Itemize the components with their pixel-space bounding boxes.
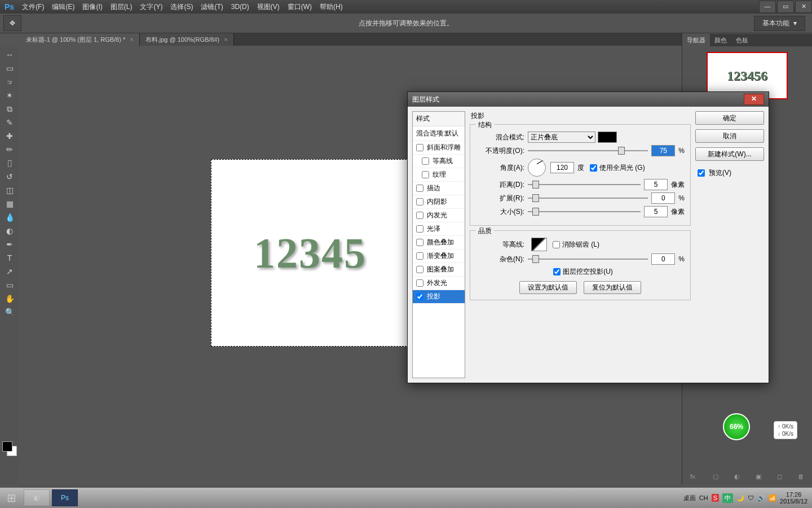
stamp-tool-icon[interactable]: ⌷ — [2, 157, 17, 169]
dodge-tool-icon[interactable]: ◐ — [2, 225, 17, 237]
crop-tool-icon[interactable]: ⧉ — [2, 103, 17, 115]
path-tool-icon[interactable]: ↗ — [2, 265, 17, 278]
menu-select[interactable]: 选择(S) — [170, 2, 193, 12]
marquee-tool-icon[interactable]: ▭ — [2, 62, 17, 75]
dialog-titlebar[interactable]: 图层样式 ✕ — [408, 92, 769, 107]
tray-sound-icon[interactable]: 🔊 — [757, 494, 765, 502]
style-texture[interactable]: 纹理 — [413, 168, 465, 182]
tab-color[interactable]: 颜色 — [710, 34, 731, 46]
tool-preset[interactable]: ✥ — [3, 15, 21, 31]
gradient-tool-icon[interactable]: ▦ — [2, 198, 17, 210]
shape-tool-icon[interactable]: ▭ — [2, 279, 17, 291]
menu-edit[interactable]: 编辑(E) — [52, 2, 74, 12]
style-stroke[interactable]: 描边 — [413, 182, 465, 195]
tray-desktop[interactable]: 桌面 — [683, 494, 696, 502]
window-close[interactable]: ✕ — [795, 1, 812, 13]
antialias-check[interactable] — [553, 241, 560, 248]
set-default-button[interactable]: 设置为默认值 — [519, 281, 577, 294]
opacity-input[interactable] — [651, 145, 675, 156]
blur-tool-icon[interactable]: 💧 — [2, 211, 17, 224]
style-inner-glow[interactable]: 内发光 — [413, 209, 465, 222]
tray-shield-icon[interactable]: 🛡 — [748, 494, 754, 501]
menu-view[interactable]: 视图(V) — [257, 2, 280, 12]
style-pattern-overlay[interactable]: 图案叠加 — [413, 263, 465, 277]
tab-navigator[interactable]: 导航器 — [682, 34, 710, 46]
heal-tool-icon[interactable]: ✚ — [2, 130, 17, 142]
window-minimize[interactable]: — — [759, 1, 776, 13]
menu-filter[interactable]: 滤镜(T) — [201, 2, 223, 12]
style-satin[interactable]: 光泽 — [413, 222, 465, 236]
angle-input[interactable] — [550, 162, 574, 173]
brush-tool-icon[interactable]: ✏ — [2, 143, 17, 156]
size-slider[interactable] — [528, 208, 641, 216]
spread-input[interactable] — [651, 192, 675, 204]
new-icon[interactable]: ◻ — [777, 473, 782, 480]
blend-options-row[interactable]: 混合选项:默认 — [413, 126, 465, 141]
cancel-button[interactable]: 取消 — [695, 129, 764, 143]
style-color-overlay[interactable]: 颜色叠加 — [413, 236, 465, 249]
wand-tool-icon[interactable]: ✶ — [2, 89, 17, 102]
ok-button[interactable]: 确定 — [695, 111, 764, 125]
opacity-slider[interactable] — [528, 147, 648, 155]
taskbar-app-ps[interactable]: Ps — [52, 489, 78, 506]
trash-icon[interactable]: 🗑 — [798, 473, 804, 480]
shadow-color[interactable] — [598, 132, 617, 143]
global-light-check[interactable] — [590, 164, 597, 172]
contour-picker[interactable] — [531, 238, 547, 251]
menu-window[interactable]: 窗口(W) — [288, 2, 312, 12]
style-contour[interactable]: 等高线 — [413, 155, 465, 168]
style-bevel[interactable]: 斜面和浮雕 — [413, 141, 465, 155]
size-input[interactable] — [644, 206, 668, 217]
window-maximize[interactable]: ▭ — [777, 1, 794, 13]
menu-file[interactable]: 文件(F) — [22, 2, 44, 12]
pen-tool-icon[interactable]: ✒ — [2, 238, 17, 251]
tray-clock[interactable]: 17:26 2015/8/12 — [780, 491, 807, 505]
mask-icon[interactable]: ▢ — [713, 473, 718, 480]
style-drop-shadow[interactable]: 投影 — [413, 290, 465, 304]
spread-slider[interactable] — [528, 194, 648, 202]
tray-net-icon[interactable]: 📶 — [769, 494, 776, 502]
ime-icon[interactable]: S — [712, 494, 719, 502]
style-inner-shadow[interactable]: 内阴影 — [413, 195, 465, 209]
tray-moon-icon[interactable]: 🌙 — [736, 494, 744, 502]
move-tool-icon[interactable]: ↔ — [2, 49, 17, 61]
dialog-close-button[interactable]: ✕ — [744, 94, 764, 105]
taskbar-app-1[interactable]: ◐ — [24, 489, 50, 506]
close-icon[interactable]: × — [224, 36, 227, 43]
type-tool-icon[interactable]: T — [2, 252, 17, 264]
knockout-check[interactable] — [553, 268, 561, 275]
preview-check[interactable] — [698, 169, 705, 177]
lasso-tool-icon[interactable]: ⟉ — [2, 76, 17, 88]
hand-tool-icon[interactable]: ✋ — [2, 292, 17, 305]
close-icon[interactable]: × — [130, 36, 133, 43]
menu-layer[interactable]: 图层(L) — [111, 2, 133, 12]
blend-mode-select[interactable]: 正片叠底 — [528, 132, 595, 143]
style-outer-glow[interactable]: 外发光 — [413, 277, 465, 290]
ime-indicator[interactable]: CH — [699, 494, 708, 501]
style-gradient-overlay[interactable]: 渐变叠加 — [413, 249, 465, 263]
ime-lang[interactable]: 中 — [722, 493, 733, 503]
tab-swatches[interactable]: 色板 — [731, 34, 753, 46]
adjust-icon[interactable]: ◐ — [734, 473, 740, 480]
folder-icon[interactable]: ▣ — [756, 473, 761, 480]
fx-icon[interactable]: fx. — [690, 473, 697, 480]
menu-type[interactable]: 文字(Y) — [140, 2, 162, 12]
menu-3d[interactable]: 3D(D) — [231, 3, 249, 11]
noise-input[interactable] — [651, 253, 675, 265]
workspace-switcher[interactable]: 基本功能 ▾ — [754, 16, 805, 31]
doc-tab-1[interactable]: 未标题-1 @ 100% (图层 1, RGB/8) *× — [20, 33, 140, 46]
menu-image[interactable]: 图像(I) — [82, 2, 102, 12]
eraser-tool-icon[interactable]: ◫ — [2, 184, 17, 196]
doc-tab-2[interactable]: 布料.jpg @ 100%(RGB/8#)× — [140, 33, 234, 46]
eyedropper-tool-icon[interactable]: ✎ — [2, 116, 17, 129]
zoom-tool-icon[interactable]: 🔍 — [2, 306, 17, 318]
distance-input[interactable] — [644, 179, 668, 190]
reset-default-button[interactable]: 复位为默认值 — [584, 281, 641, 294]
new-style-button[interactable]: 新建样式(W)... — [695, 147, 764, 161]
history-brush-icon[interactable]: ↺ — [2, 170, 17, 183]
start-button[interactable]: ⊞ — [0, 488, 23, 508]
noise-slider[interactable] — [528, 255, 648, 263]
menu-help[interactable]: 帮助(H) — [320, 2, 343, 12]
fg-swatch[interactable] — [2, 441, 12, 452]
angle-wheel[interactable] — [528, 159, 546, 177]
